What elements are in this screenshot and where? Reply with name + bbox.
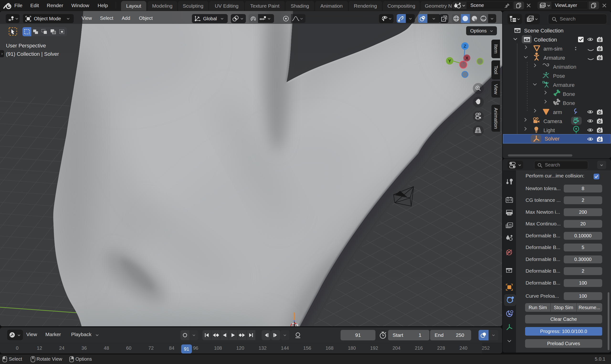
svg-text:Animation: Animation	[553, 64, 576, 70]
svg-text:Solver: Solver	[545, 136, 559, 142]
svg-text:arm: arm	[553, 109, 562, 115]
svg-text:X: X	[465, 56, 468, 61]
svg-text:Collection: Collection	[534, 37, 557, 43]
svg-text:Pose: Pose	[553, 73, 565, 79]
svg-text:Armature: Armature	[553, 82, 574, 88]
svg-text:Y: Y	[448, 58, 451, 64]
svg-text:Camera: Camera	[544, 118, 562, 124]
svg-text:Bone: Bone	[563, 91, 575, 97]
svg-text:Scene Collection: Scene Collection	[524, 28, 563, 34]
svg-text:Armature: Armature	[544, 55, 565, 61]
svg-text:arm-sim: arm-sim	[544, 46, 562, 52]
svg-text:Light: Light	[544, 127, 555, 133]
svg-text:Z: Z	[464, 44, 466, 49]
svg-text:Bone: Bone	[563, 100, 575, 106]
